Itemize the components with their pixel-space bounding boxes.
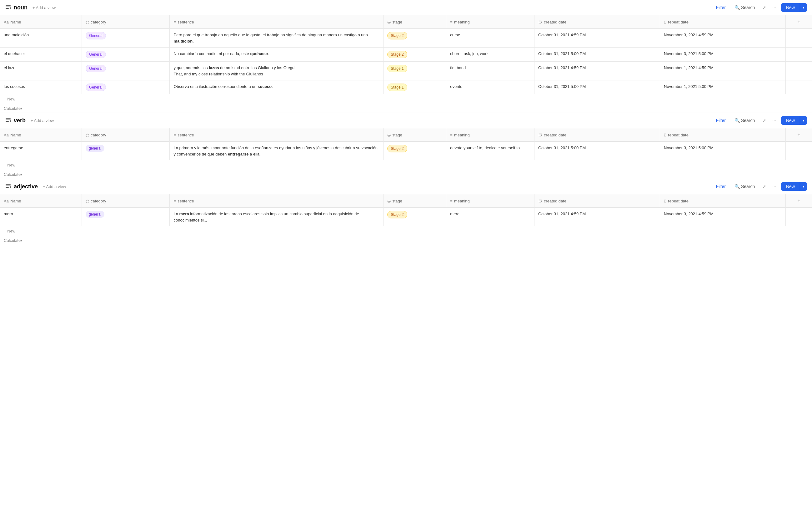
cell-name[interactable]: entregarse <box>0 142 82 161</box>
cell-name[interactable]: el lazo <box>0 62 82 80</box>
cell-stage[interactable]: Stage 2 <box>383 48 446 62</box>
col-header-category[interactable]: ◎category <box>82 15 170 29</box>
col-header-created_date[interactable]: ⏱created date <box>534 15 660 29</box>
col-header-sentence[interactable]: ≡sentence <box>170 194 383 208</box>
add-view-button[interactable]: + Add a view <box>28 117 56 124</box>
filter-button[interactable]: Filter <box>714 4 728 11</box>
col-icon-name: Aa <box>4 20 9 24</box>
cell-category[interactable]: General <box>82 48 170 62</box>
col-header-meaning[interactable]: ≡meaning <box>446 15 534 29</box>
col-header-stage[interactable]: ◎stage <box>383 15 446 29</box>
add-column-button[interactable]: + <box>796 18 801 26</box>
cell-category[interactable]: General <box>82 62 170 80</box>
calculate-button[interactable]: Calculate ▾ <box>0 104 812 113</box>
col-header-created_date[interactable]: ⏱created date <box>534 194 660 208</box>
cell-repeat-date[interactable]: November 3, 2021 4:59 PM <box>660 29 786 48</box>
cell-name[interactable]: el quehacer <box>0 48 82 62</box>
cell-sentence[interactable]: La primera y la más importante función d… <box>170 142 383 161</box>
cell-stage[interactable]: Stage 2 <box>383 29 446 48</box>
col-header-name[interactable]: AaName <box>0 194 82 208</box>
search-button[interactable]: 🔍 Search <box>732 117 757 124</box>
col-icon-stage: ◎ <box>387 199 391 204</box>
col-header-meaning[interactable]: ≡meaning <box>446 128 534 142</box>
add-column-button[interactable]: + <box>796 197 801 205</box>
cell-repeat-date[interactable]: November 3, 2021 4:59 PM <box>660 208 786 226</box>
col-header-stage[interactable]: ◎stage <box>383 128 446 142</box>
cell-created-date[interactable]: October 31, 2021 5:00 PM <box>534 80 660 94</box>
add-view-button[interactable]: + Add a view <box>30 4 58 11</box>
cell-meaning[interactable]: devote yourself to, dedicate yourself to <box>446 142 534 161</box>
cell-created-date[interactable]: October 31, 2021 5:00 PM <box>534 142 660 161</box>
search-button[interactable]: 🔍 Search <box>732 4 757 11</box>
cell-name[interactable]: mero <box>0 208 82 226</box>
more-options-icon[interactable]: ··· <box>771 117 777 124</box>
new-chevron-button[interactable]: ▾ <box>800 3 807 12</box>
cell-created-date[interactable]: October 31, 2021 4:59 PM <box>534 62 660 80</box>
col-header-sentence[interactable]: ≡sentence <box>170 15 383 29</box>
cell-stage[interactable]: Stage 2 <box>383 142 446 161</box>
new-row-button[interactable]: + New <box>0 226 19 236</box>
cell-stage[interactable]: Stage 1 <box>383 62 446 80</box>
cell-repeat-date[interactable]: November 1, 2021 4:59 PM <box>660 62 786 80</box>
cell-meaning[interactable]: tie, bond <box>446 62 534 80</box>
add-view-button[interactable]: + Add a view <box>40 183 68 190</box>
new-button[interactable]: New <box>781 182 800 191</box>
calculate-button[interactable]: Calculate ▾ <box>0 236 812 245</box>
cell-stage[interactable]: Stage 2 <box>383 208 446 226</box>
col-header-stage[interactable]: ◎stage <box>383 194 446 208</box>
calculate-label: Calculate <box>4 238 21 243</box>
filter-button[interactable]: Filter <box>714 117 728 124</box>
col-header-created_date[interactable]: ⏱created date <box>534 128 660 142</box>
cell-meaning[interactable]: events <box>446 80 534 94</box>
col-header-meaning[interactable]: ≡meaning <box>446 194 534 208</box>
cell-meaning[interactable]: mere <box>446 208 534 226</box>
cell-sentence[interactable]: Pero para el que trabaja en aquello que … <box>170 29 383 48</box>
new-button[interactable]: New <box>781 116 800 125</box>
expand-icon[interactable]: ⤢ <box>761 117 767 124</box>
col-header-name[interactable]: AaName <box>0 15 82 29</box>
cell-category[interactable]: General <box>82 29 170 48</box>
col-header-category[interactable]: ◎category <box>82 194 170 208</box>
new-chevron-button[interactable]: ▾ <box>800 182 807 191</box>
col-header-sentence[interactable]: ≡sentence <box>170 128 383 142</box>
cell-repeat-date[interactable]: November 3, 2021 5:00 PM <box>660 142 786 161</box>
col-header-category[interactable]: ◎category <box>82 128 170 142</box>
more-options-icon[interactable]: ··· <box>771 183 777 190</box>
col-icon-meaning: ≡ <box>450 20 453 24</box>
cell-created-date[interactable]: October 31, 2021 4:59 PM <box>534 29 660 48</box>
section-noun: noun + Add a view Filter 🔍 Search ⤢ ··· … <box>0 0 812 113</box>
filter-button[interactable]: Filter <box>714 183 728 190</box>
cell-meaning[interactable]: curse <box>446 29 534 48</box>
new-chevron-button[interactable]: ▾ <box>800 116 807 125</box>
cell-meaning[interactable]: chore, task, job, work <box>446 48 534 62</box>
cell-created-date[interactable]: October 31, 2021 4:59 PM <box>534 208 660 226</box>
col-header-repeat_date[interactable]: Σrepeat date <box>660 128 786 142</box>
col-header-name[interactable]: AaName <box>0 128 82 142</box>
search-button[interactable]: 🔍 Search <box>732 183 757 190</box>
cell-sentence[interactable]: No cambiaría con nadie, ni por nada, est… <box>170 48 383 62</box>
new-row-button[interactable]: + New <box>0 160 19 170</box>
cell-sentence[interactable]: La mera informatización de las tareas es… <box>170 208 383 226</box>
cell-repeat-date[interactable]: November 1, 2021 5:00 PM <box>660 80 786 94</box>
cell-sentence[interactable]: Observa esta ilustración correspondiente… <box>170 80 383 94</box>
cell-category[interactable]: general <box>82 208 170 226</box>
cell-created-date[interactable]: October 31, 2021 5:00 PM <box>534 48 660 62</box>
cell-stage[interactable]: Stage 1 <box>383 80 446 94</box>
cell-category[interactable]: General <box>82 80 170 94</box>
cell-sentence[interactable]: y que, además, los lazos de amistad entr… <box>170 62 383 80</box>
cell-name[interactable]: una maldición <box>0 29 82 48</box>
new-row-button[interactable]: + New <box>0 94 19 104</box>
calculate-button[interactable]: Calculate ▾ <box>0 170 812 179</box>
more-options-icon[interactable]: ··· <box>771 4 777 11</box>
col-header-repeat_date[interactable]: Σrepeat date <box>660 15 786 29</box>
expand-icon[interactable]: ⤢ <box>761 4 767 11</box>
add-column-button[interactable]: + <box>796 131 801 139</box>
table-row: el quehacerGeneralNo cambiaría con nadie… <box>0 48 812 62</box>
new-button[interactable]: New <box>781 3 800 12</box>
expand-icon[interactable]: ⤢ <box>761 183 767 190</box>
cell-name[interactable]: los sucesos <box>0 80 82 94</box>
cell-category[interactable]: general <box>82 142 170 161</box>
cell-add-empty <box>786 142 812 161</box>
col-header-repeat_date[interactable]: Σrepeat date <box>660 194 786 208</box>
cell-repeat-date[interactable]: November 3, 2021 5:00 PM <box>660 48 786 62</box>
